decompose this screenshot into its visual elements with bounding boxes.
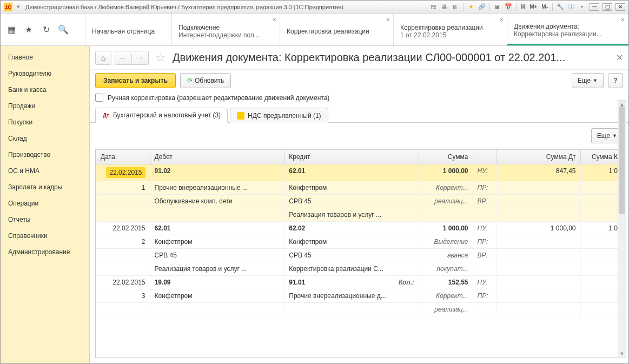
window-close-button[interactable]: ✕ xyxy=(615,3,625,11)
star-icon[interactable]: ★ xyxy=(23,24,34,35)
sidebar-item-sales[interactable]: Продажи xyxy=(1,98,89,114)
col-credit[interactable]: Кредит xyxy=(284,150,419,164)
table-row[interactable]: 2КонфетпромКонфетпромВыделениеПР: xyxy=(96,235,623,249)
sidebar-item-catalogs[interactable]: Справочники xyxy=(1,228,89,244)
close-icon[interactable]: ✕ xyxy=(499,17,504,23)
sidebar-item-bank[interactable]: Банк и касса xyxy=(1,82,89,98)
nav-back-forward[interactable]: ←→ xyxy=(115,51,149,65)
home-button[interactable]: ⌂ xyxy=(95,51,111,65)
save-close-button[interactable]: Записать и закрыть xyxy=(95,73,176,88)
sidebar-item-hr[interactable]: Зарплата и кадры xyxy=(1,179,89,195)
table-row[interactable]: 1Прочие внереализационные ...КонфетпромК… xyxy=(96,181,623,195)
sidebar: Главное Руководителю Банк и касса Продаж… xyxy=(1,46,90,363)
doctab-vat[interactable]: НДС предъявленный (1) xyxy=(230,108,328,123)
sidebar-item-purchases[interactable]: Покупки xyxy=(1,114,89,130)
scroll-down-icon[interactable]: ▼ xyxy=(618,350,626,358)
chevron-down-icon: ▼ xyxy=(593,78,598,83)
doctab-accounting[interactable]: Дт Бухгалтерский и налоговый учет (3) xyxy=(95,108,228,123)
col-sum[interactable]: Сумма xyxy=(419,150,473,164)
window-minimize-button[interactable]: — xyxy=(590,3,599,11)
chevron-down-icon: ▼ xyxy=(612,133,617,138)
memory-mplus-button[interactable]: M+ xyxy=(528,4,538,10)
table-row[interactable]: СРВ 45СРВ 45авансаВР: xyxy=(96,249,623,262)
table-row[interactable]: 3КонфетпромПрочие внереализационные д...… xyxy=(96,289,623,303)
col-sumdt[interactable]: Сумма Дт xyxy=(496,150,580,164)
table-row[interactable]: Обслуживание комп. сетиСРВ 45реализац...… xyxy=(96,195,623,208)
table-row[interactable]: 22.02.201591.0262.011 000,00НУ:847,451 0 xyxy=(96,164,623,181)
toolbar-icon-wrench[interactable]: 🔧 xyxy=(556,3,565,11)
back-icon[interactable]: ← xyxy=(115,54,131,62)
top-nav: ▦ ★ ↻ 🔍 Начальная страница Подключение И… xyxy=(1,14,628,46)
help-button[interactable]: ? xyxy=(608,73,623,88)
app-logo: 1C xyxy=(4,3,12,11)
refresh-button[interactable]: ⟳Обновить xyxy=(180,73,231,88)
table-row[interactable]: 22.02.201562.0162.021 000,00НУ:1 000,001… xyxy=(96,222,623,235)
sidebar-item-manager[interactable]: Руководителю xyxy=(1,65,89,82)
sidebar-item-main[interactable]: Главное xyxy=(1,49,89,65)
memory-m-button[interactable]: M xyxy=(520,4,526,10)
movements-grid[interactable]: Дата Дебет Кредит Сумма Сумма Дт Сумма К… xyxy=(95,149,623,358)
close-icon[interactable]: ✕ xyxy=(386,17,390,23)
page-close-button[interactable]: ✕ xyxy=(616,52,623,63)
scrollbar[interactable]: ▲ ▼ xyxy=(618,100,626,358)
toolbar-icon-calc[interactable]: 🖩 xyxy=(493,3,502,11)
toolbar-icon-info[interactable]: ⓘ xyxy=(567,3,575,11)
col-debit[interactable]: Дебет xyxy=(150,150,284,164)
titlebar-dropdown-icon[interactable]: ▾ xyxy=(15,3,22,11)
page-title: Движения документа: Корректировка реализ… xyxy=(173,51,608,64)
sidebar-item-production[interactable]: Производство xyxy=(1,147,89,163)
tab-correction-1[interactable]: Корректировка реализации 1 от 22.02.2015… xyxy=(394,14,507,45)
tab-internet-support[interactable]: Подключение Интернет-поддержки пол... ✕ xyxy=(172,14,280,45)
manual-correction-checkbox[interactable] xyxy=(95,94,103,102)
toolbar-icon-info-dd[interactable]: ▾ xyxy=(578,3,586,11)
toolbar-icon-print[interactable]: 🖶 xyxy=(440,3,449,11)
table-row[interactable]: реализац... xyxy=(96,303,623,316)
table-row[interactable]: 22.02.201519.0991.01 Кол.:152,55НУ: xyxy=(96,276,623,289)
table-row[interactable]: Реализация товаров и услуг ... xyxy=(96,208,623,222)
forward-icon[interactable]: → xyxy=(131,54,148,62)
toolbar-icon-doc[interactable]: 🗎 xyxy=(451,3,460,11)
history-icon[interactable]: ↻ xyxy=(41,24,51,35)
tab-home[interactable]: Начальная страница xyxy=(85,14,172,45)
col-date[interactable]: Дата xyxy=(96,150,150,164)
refresh-icon: ⟳ xyxy=(187,77,193,84)
sidebar-item-warehouse[interactable]: Склад xyxy=(1,130,89,147)
table-row[interactable]: Реализация товаров и услуг ...Корректиро… xyxy=(96,262,623,276)
close-icon[interactable]: ✕ xyxy=(620,17,625,23)
debit-credit-icon: Дт xyxy=(102,111,110,119)
window-title: Демонстрационная база / Любимов Валерий … xyxy=(25,4,429,10)
manual-correction-label: Ручная корректировка (разрешает редактир… xyxy=(108,94,329,102)
toolbar-icon-link[interactable]: 🔗 xyxy=(478,3,486,11)
memory-mminus-button[interactable]: M- xyxy=(540,4,549,10)
toolbar-icon-calendar[interactable]: 📅 xyxy=(504,3,513,11)
vat-icon xyxy=(237,112,244,120)
more-button[interactable]: Еще▼ xyxy=(572,73,604,88)
titlebar: 1C ▾ Демонстрационная база / Любимов Вал… xyxy=(1,1,628,14)
sidebar-item-assets[interactable]: ОС и НМА xyxy=(1,163,89,179)
search-icon[interactable]: 🔍 xyxy=(58,24,69,35)
tab-movements[interactable]: Движения документа: Корректировка реализ… xyxy=(507,14,628,45)
tab-correction[interactable]: Корректировка реализации ✕ xyxy=(280,14,394,45)
quick-bar: ▦ ★ ↻ 🔍 xyxy=(1,14,85,45)
scroll-thumb[interactable] xyxy=(619,106,625,214)
sidebar-item-reports[interactable]: Отчеты xyxy=(1,211,89,228)
toolbar-icon-save[interactable]: 🖫 xyxy=(429,3,438,11)
apps-icon[interactable]: ▦ xyxy=(6,24,17,35)
sidebar-item-operations[interactable]: Операции xyxy=(1,195,89,211)
sidebar-item-admin[interactable]: Администрирование xyxy=(1,244,89,260)
close-icon[interactable]: ✕ xyxy=(272,17,276,23)
favorite-star-icon[interactable]: ☆ xyxy=(155,51,166,65)
window-maximize-button[interactable]: ▢ xyxy=(602,3,612,11)
col-label[interactable] xyxy=(473,150,496,164)
col-sumkt[interactable]: Сумма К xyxy=(580,150,622,164)
toolbar-icon-star[interactable]: ★ xyxy=(467,3,475,11)
